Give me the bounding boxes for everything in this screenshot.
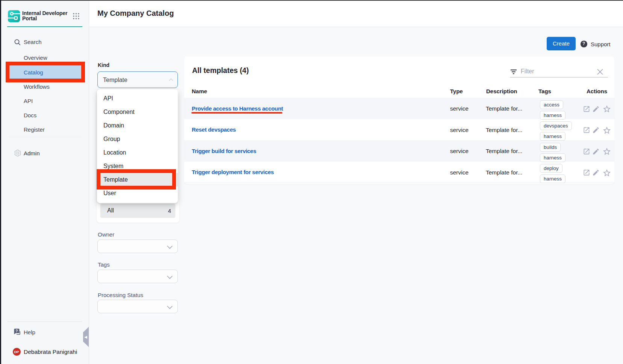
- svg-text:?: ?: [15, 329, 18, 333]
